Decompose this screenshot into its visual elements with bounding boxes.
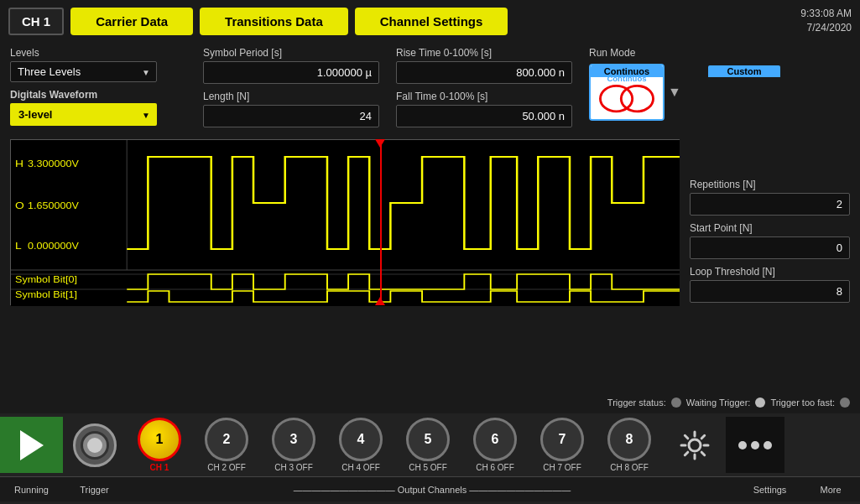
svg-line-27 xyxy=(685,435,688,439)
svg-point-22 xyxy=(689,439,701,451)
svg-text:3.300000V: 3.300000V xyxy=(28,159,79,169)
svg-text:0.000000V: 0.000000V xyxy=(28,242,79,251)
col2: Symbol Period [s] 1.000000 µ Length [N] … xyxy=(203,47,379,134)
start-point-field: Start Point [N] xyxy=(690,222,850,259)
more-label: More xyxy=(801,485,860,495)
ch8-number: 8 xyxy=(626,432,633,447)
col1: Levels Three Levels Digitals Waveform 3-… xyxy=(10,47,186,134)
fall-time-input[interactable] xyxy=(396,105,572,127)
length-input[interactable]: 24 xyxy=(203,105,379,127)
waiting-trigger-dot xyxy=(755,397,765,408)
fall-time-label: Fall Time 0-100% [s] xyxy=(396,91,572,102)
run-mode-badge: Continuos xyxy=(591,65,663,77)
tab-channel-settings[interactable]: Channel Settings xyxy=(355,8,508,35)
svg-text:Symbol Bit[1]: Symbol Bit[1] xyxy=(15,290,77,299)
more-dots xyxy=(738,441,772,449)
ch4-bottom-label: CH 4 OFF xyxy=(341,463,380,472)
run-mode-thumb[interactable]: Continuos Continuos xyxy=(589,64,665,121)
output-channels-label: ——————————— Output Channels ——————————— xyxy=(126,485,738,495)
start-point-input[interactable] xyxy=(690,236,850,259)
cursor-arrow-top xyxy=(375,139,385,148)
ch4-channel-button[interactable]: 4 CH 4 OFF xyxy=(327,417,394,473)
more-button[interactable] xyxy=(726,417,784,473)
settings-button[interactable] xyxy=(663,417,726,473)
ch8-bottom-label: CH 8 OFF xyxy=(610,463,649,472)
repetitions-field: Repetitions [N] xyxy=(690,179,850,216)
cursor-arrow-bottom xyxy=(375,297,385,305)
ch4-circle: 4 xyxy=(339,418,383,461)
ch1-bottom-label: CH 1 xyxy=(150,463,169,472)
ch5-bottom-label: CH 5 OFF xyxy=(409,463,447,472)
loop-threshold-label: Loop Threshold [N] xyxy=(690,266,850,278)
ch8-channel-button[interactable]: 8 CH 8 OFF xyxy=(596,417,663,473)
levels-select-wrap: Three Levels xyxy=(10,61,157,82)
trigger-circle xyxy=(73,423,117,467)
svg-line-29 xyxy=(701,435,705,439)
repetitions-label: Repetitions [N] xyxy=(690,179,850,190)
ch1-circle: 1 xyxy=(138,418,181,461)
ch1-number: 1 xyxy=(156,432,164,447)
svg-line-28 xyxy=(701,452,705,455)
trigger-status-dot xyxy=(671,397,681,408)
ch5-channel-button[interactable]: 5 CH 5 OFF xyxy=(394,417,461,473)
tab-carrier-data[interactable]: Carrier Data xyxy=(70,8,193,35)
levels-label: Levels xyxy=(10,47,186,59)
ch2-number: 2 xyxy=(223,432,231,447)
bottom-bar: 1 CH 1 2 CH 2 OFF 3 CH 3 OFF 4 CH 4 OFF xyxy=(0,413,860,504)
svg-text:1.650000V: 1.650000V xyxy=(28,201,79,210)
bottom-labels-row: Running Trigger ——————————— Output Chann… xyxy=(0,476,860,501)
ch5-circle: 5 xyxy=(406,418,450,461)
gear-icon xyxy=(678,429,711,462)
ch6-circle: 6 xyxy=(473,418,517,461)
digitals-waveform-label: Digitals Waveform xyxy=(10,89,186,101)
levels-select[interactable]: Three Levels xyxy=(10,61,157,82)
header: CH 1 Carrier Data Transitions Data Chann… xyxy=(0,0,860,42)
trigger-label: Trigger xyxy=(63,485,126,495)
dot3 xyxy=(764,441,772,449)
ch1-button[interactable]: CH 1 xyxy=(8,8,64,35)
svg-line-30 xyxy=(685,452,688,455)
ch6-channel-button[interactable]: 6 CH 6 OFF xyxy=(461,417,529,473)
ch3-channel-button[interactable]: 3 CH 3 OFF xyxy=(260,417,327,473)
levels-field: Levels Three Levels xyxy=(10,47,186,82)
trigger-button[interactable] xyxy=(63,417,126,473)
repetitions-input[interactable] xyxy=(690,193,850,216)
cursor-line xyxy=(380,140,382,304)
trigger-inner xyxy=(81,431,109,460)
ch3-number: 3 xyxy=(290,432,298,447)
trigger-core xyxy=(87,438,102,453)
dot2 xyxy=(751,441,759,449)
ch4-number: 4 xyxy=(357,432,365,447)
ch7-channel-button[interactable]: 7 CH 7 OFF xyxy=(529,417,596,473)
ch7-circle: 7 xyxy=(540,418,584,461)
waveform-select[interactable]: 3-level xyxy=(10,103,157,126)
running-label: Running xyxy=(0,485,63,495)
svg-text:L: L xyxy=(15,241,22,251)
fall-time-field: Fall Time 0-100% [s] xyxy=(396,91,572,127)
rise-time-input[interactable] xyxy=(396,61,572,84)
ch7-bottom-label: CH 7 OFF xyxy=(543,463,581,472)
waveform-select-wrap: 3-level xyxy=(10,103,157,126)
tab-transitions-data[interactable]: Transitions Data xyxy=(200,8,348,35)
ch6-number: 6 xyxy=(492,432,499,447)
ch2-channel-button[interactable]: 2 CH 2 OFF xyxy=(193,417,260,473)
ch5-number: 5 xyxy=(425,432,432,447)
length-field: Length [N] 24 xyxy=(203,91,379,127)
start-point-label: Start Point [N] xyxy=(690,222,850,234)
ch3-circle: 3 xyxy=(272,418,315,461)
datetime: 9:33:08 AM 7/24/2020 xyxy=(800,7,852,35)
date-display: 7/24/2020 xyxy=(800,21,852,35)
ch8-circle: 8 xyxy=(607,418,651,461)
symbol-period-input[interactable]: 1.000000 µ xyxy=(203,61,379,84)
play-button[interactable] xyxy=(0,417,63,473)
digitals-waveform-field: Digitals Waveform 3-level xyxy=(10,89,186,126)
trigger-status-bar: Trigger status: Waiting Trigger: Trigger… xyxy=(0,393,860,412)
time-display: 9:33:08 AM xyxy=(800,7,852,21)
right-panel: Repetitions [N] Start Point [N] Loop Thr… xyxy=(680,42,860,316)
ch1-channel-button[interactable]: 1 CH 1 xyxy=(126,417,193,473)
rise-time-label: Rise Time 0-100% [s] xyxy=(396,47,572,59)
loop-threshold-input[interactable] xyxy=(690,280,850,303)
dot1 xyxy=(738,441,747,449)
rise-time-field: Rise Time 0-100% [s] xyxy=(396,47,572,84)
symbol-period-field: Symbol Period [s] 1.000000 µ xyxy=(203,47,379,84)
